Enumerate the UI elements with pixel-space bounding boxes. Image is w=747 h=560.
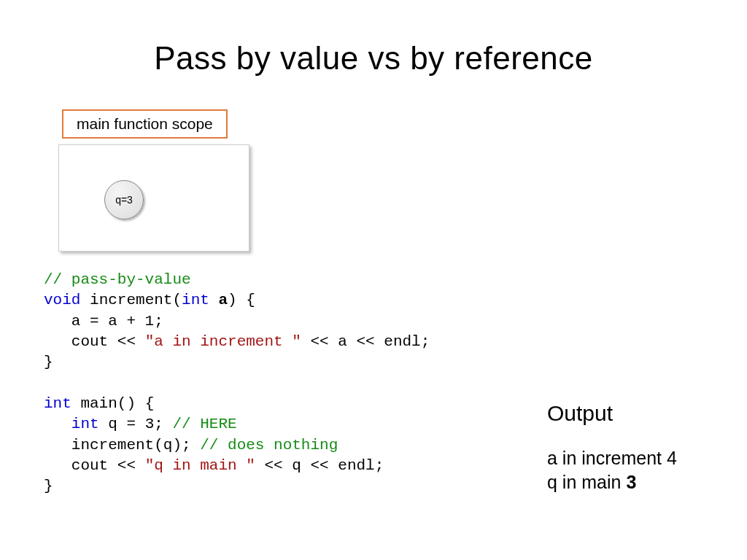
code-keyword: int bbox=[44, 395, 71, 412]
code-text: } bbox=[44, 354, 53, 370]
code-text: << q << endl; bbox=[255, 457, 384, 474]
code-text: a = a + 1; bbox=[44, 313, 163, 330]
code-text: q = 3; bbox=[99, 416, 173, 432]
code-comment: // HERE bbox=[172, 416, 236, 432]
code-comment: // does nothing bbox=[200, 437, 338, 454]
code-text bbox=[209, 292, 219, 308]
code-keyword: void bbox=[44, 292, 80, 308]
output-text: a in increment bbox=[547, 448, 667, 468]
code-block: // pass-by-value void increment(int a) {… bbox=[44, 270, 430, 497]
scope-box: q=3 bbox=[58, 144, 249, 252]
code-comment: // pass-by-value bbox=[44, 271, 191, 288]
code-text: << a << endl; bbox=[301, 333, 430, 350]
code-text: main() { bbox=[71, 395, 154, 412]
code-text: } bbox=[44, 478, 53, 494]
scope-label: main function scope bbox=[62, 109, 228, 139]
code-keyword: int bbox=[182, 292, 209, 308]
output-text: q in main bbox=[547, 472, 626, 492]
output-value: 4 bbox=[667, 448, 677, 468]
output-block: Output a in increment 4 q in main 3 bbox=[547, 401, 677, 494]
output-value: 3 bbox=[626, 472, 636, 492]
code-text bbox=[44, 416, 71, 432]
output-heading: Output bbox=[547, 401, 677, 426]
variable-circle: q=3 bbox=[104, 180, 144, 219]
code-string: "q in main " bbox=[145, 457, 255, 474]
code-param: a bbox=[218, 292, 228, 308]
output-line: q in main 3 bbox=[547, 470, 677, 494]
code-text: cout << bbox=[44, 457, 145, 474]
slide-title: Pass by value vs by reference bbox=[0, 40, 747, 77]
code-string: "a in increment " bbox=[145, 333, 301, 350]
code-text: cout << bbox=[44, 333, 145, 350]
code-text: increment(q); bbox=[44, 437, 200, 454]
code-text: increment( bbox=[80, 292, 182, 308]
code-text: ) { bbox=[228, 292, 255, 308]
output-line: a in increment 4 bbox=[547, 446, 677, 470]
code-keyword: int bbox=[71, 416, 99, 432]
